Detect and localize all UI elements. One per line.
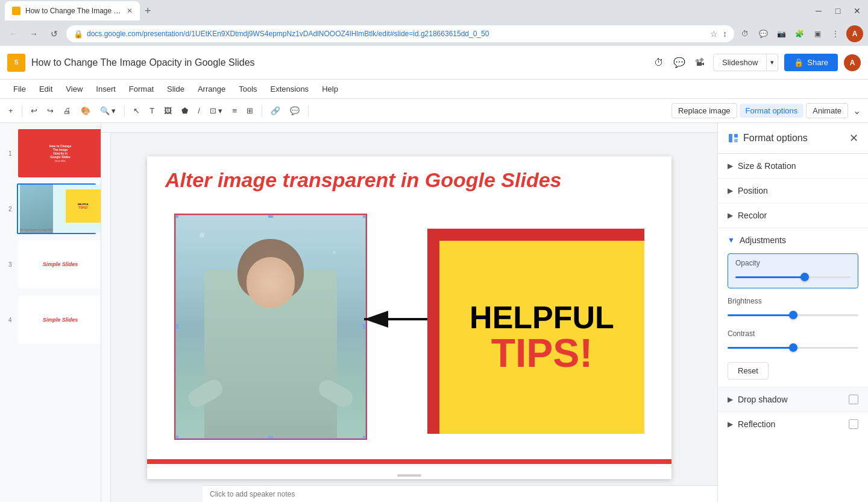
slide-canvas[interactable]: Alter image transparent in Google Slides [147,156,671,479]
contrast-slider[interactable] [728,342,858,354]
brightness-label: Brightness [728,297,858,305]
toolbar-cursor-button[interactable]: ↖ [130,104,143,118]
toolbar-text-button[interactable]: T [146,104,158,118]
notes-bar[interactable]: Click to add speaker notes [203,485,717,502]
slide-thumb-4[interactable]: 4 Simple Slides [17,294,96,345]
menu-file[interactable]: File [7,82,32,96]
recolor-section[interactable]: ▶ Recolor [718,203,868,228]
reset-button[interactable]: Reset [728,362,769,380]
menu-help[interactable]: Help [316,82,344,96]
share-button[interactable]: 🔒 Share [784,54,838,71]
address-bar[interactable]: 🔒 docs.google.com/presentation/d/1UEtKEn… [66,25,734,42]
format-panel-close-button[interactable]: ✕ [849,132,858,145]
slideshow-dropdown-button[interactable]: ▾ [767,54,778,71]
bookmark-icon[interactable]: ☆ [710,29,718,39]
menu-tools[interactable]: Tools [233,82,263,96]
reflection-checkbox[interactable] [849,419,858,429]
bottom-line [147,459,671,464]
refresh-button[interactable]: ↺ [46,25,63,42]
position-section[interactable]: ▶ Position [718,179,868,203]
user-avatar[interactable]: A [844,54,861,71]
forward-button[interactable]: → [25,25,42,42]
handle-bottom-right[interactable] [363,436,366,439]
menu-icon[interactable]: ⋮ [828,27,843,41]
handle-top-right[interactable] [363,215,366,218]
minimize-button[interactable]: ─ [813,5,825,17]
toolbar-line-button[interactable]: / [194,104,204,118]
slideshow-button[interactable]: Slideshow [713,54,767,71]
toolbar-distribute-button[interactable]: ⊞ [243,104,257,118]
selected-image-container[interactable] [174,214,367,440]
slide-thumb-3[interactable]: 3 Simple Slides [17,239,96,290]
drop-shadow-arrow: ▶ [728,395,733,404]
reflection-section[interactable]: ▶ Reflection [718,412,868,436]
toolbar-comment-button[interactable]: 💬 [286,104,303,118]
comments-icon[interactable]: 💬 [756,27,770,41]
size-rotation-section[interactable]: ▶ Size & Rotation [718,154,868,179]
handle-bottom-center[interactable] [268,436,273,439]
toolbar-undo-button[interactable]: ↩ [27,104,41,118]
format-panel-title: Format options [743,133,849,144]
format-options-button[interactable]: Format options [740,104,804,118]
present-icon[interactable]: 📽 [693,55,707,71]
menu-bar: File Edit View Insert Format Slide Arran… [0,80,868,99]
comments-icon[interactable]: 💬 [671,54,688,71]
close-button[interactable]: ✕ [851,5,863,17]
toolbar-add-button[interactable]: + [5,104,17,118]
version-history-icon[interactable]: ⏱ [652,55,666,71]
menu-format[interactable]: Format [123,82,160,96]
drop-shadow-section[interactable]: ▶ Drop shadow [718,387,868,412]
toolbar-collapse-button[interactable]: ⌄ [851,103,863,119]
drop-shadow-checkbox[interactable] [849,395,858,404]
video-icon[interactable]: 📷 [774,27,788,41]
adjustments-section: ▼ Adjustments Opacity Brightness [718,228,868,387]
history-icon[interactable]: ⏱ [738,27,752,41]
adjustments-header[interactable]: ▼ Adjustments [728,235,858,245]
menu-slide[interactable]: Slide [161,82,190,96]
handle-bottom-left[interactable] [175,436,178,439]
toolbar-separator-3 [262,105,262,117]
slide-thumb-2[interactable]: 2 HELPFUL TIPS! Alter image transparent … [17,183,96,234]
browser-tab[interactable]: How to Change The Image Opac... ✕ [5,1,140,21]
new-tab-button[interactable]: + [145,5,151,17]
toolbar-paintformat-button[interactable]: 🎨 [77,104,94,118]
handle-middle-left[interactable] [175,324,178,329]
toolbar-shape-button[interactable]: ⬟ [178,104,192,118]
profile-sync-icon[interactable]: ↕ [723,29,727,39]
toolbar-image-button[interactable]: 🖼 [160,104,175,118]
opacity-slider-thumb[interactable] [800,273,809,281]
canvas-area: Alter image transparent in Google Slides [101,123,717,502]
sidebar-icon[interactable]: ▣ [810,27,825,41]
tab-close-button[interactable]: ✕ [127,7,133,15]
handle-top-left[interactable] [175,215,178,218]
back-button[interactable]: ← [5,25,22,42]
contrast-slider-thumb[interactable] [789,343,797,352]
extensions-icon[interactable]: 🧩 [792,27,807,41]
toolbar-link-button[interactable]: 🔗 [267,104,284,118]
opacity-slider[interactable] [735,271,851,283]
menu-arrange[interactable]: Arrange [192,82,231,96]
adjustments-arrow: ▼ [728,236,735,244]
toolbar-crop-button[interactable]: ⊡ ▾ [206,104,227,118]
animate-button[interactable]: Animate [806,103,848,118]
reflection-label: Reflection [738,419,849,429]
menu-edit[interactable]: Edit [33,82,58,96]
menu-extensions[interactable]: Extensions [265,82,315,96]
maximize-button[interactable]: □ [832,5,844,17]
replace-image-button[interactable]: Replace image [671,103,737,118]
menu-view[interactable]: View [60,82,89,96]
address-bar-row: ← → ↺ 🔒 docs.google.com/presentation/d/1… [0,22,868,46]
handle-top-center[interactable] [268,215,273,218]
notes-placeholder: Click to add speaker notes [210,490,295,498]
toolbar-zoom-button[interactable]: 🔍 ▾ [96,104,120,118]
toolbar-print-button[interactable]: 🖨 [60,104,75,118]
brightness-slider-thumb[interactable] [789,311,797,319]
toolbar-align-button[interactable]: ≡ [228,104,241,118]
profile-avatar[interactable]: A [846,25,863,42]
menu-insert[interactable]: Insert [90,82,122,96]
toolbar-redo-button[interactable]: ↪ [43,104,57,118]
opacity-container: Opacity [728,253,858,288]
brightness-slider[interactable] [728,309,858,321]
slide-thumb-1[interactable]: 1 How to ChangeThe ImageOpacity inGoogle… [17,128,96,179]
toolbar-separator-1 [22,105,22,117]
